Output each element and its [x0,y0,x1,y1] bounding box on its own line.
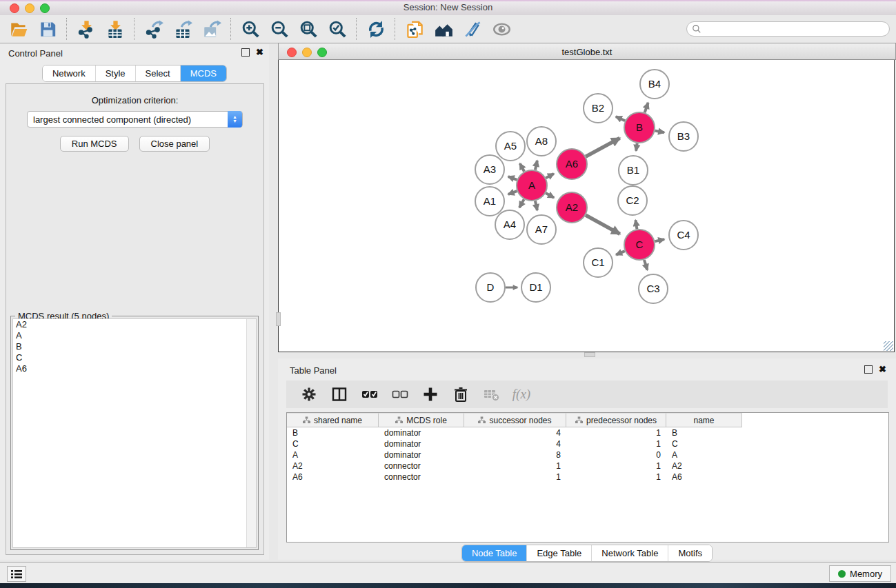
zoom-in-button[interactable] [239,18,262,40]
table-cell[interactable]: 4 [464,439,566,449]
graph-node-D[interactable]: D [476,273,505,302]
table-cell[interactable]: dominator [379,450,464,460]
graph-node-C3[interactable]: C3 [639,274,668,303]
graph-edge-A-A8[interactable] [535,161,537,170]
table-cell[interactable]: dominator [379,439,464,449]
graph-node-B4[interactable]: B4 [640,70,669,99]
zoom-fit-button[interactable] [297,18,320,40]
graph-edge-A-A2[interactable] [546,193,554,198]
export-table-button[interactable] [171,18,195,40]
table-settings-gear-button[interactable] [299,384,319,405]
graph-edge-A-A4[interactable] [519,199,524,207]
zoom-selected-button[interactable] [326,18,349,40]
window-resize-grip[interactable] [884,341,893,351]
table-cell[interactable]: A [666,450,742,460]
export-network-button[interactable] [142,18,166,40]
table-cell[interactable]: C [287,439,379,449]
mcds-result-item[interactable]: B [13,341,256,352]
graph-edge-A-A1[interactable] [508,191,517,194]
table-cell[interactable]: A6 [287,472,379,482]
table-row[interactable]: A2connector11A2 [287,460,888,472]
table-tab-node-table[interactable]: Node Table [462,545,527,561]
graph-node-A[interactable]: A [517,170,547,201]
column-header-shared-name[interactable]: shared name [287,413,379,427]
add-column-button[interactable] [420,384,441,405]
select-all-rows-button[interactable] [359,384,380,405]
mcds-list-scrollbar[interactable] [246,319,256,547]
graph-node-A7[interactable]: A7 [527,215,556,244]
table-cell[interactable]: B [666,428,742,438]
graph-edge-B-B4[interactable] [645,103,648,112]
graph-edge-C-C3[interactable] [644,260,648,270]
table-tab-network-table[interactable]: Network Table [591,545,668,561]
graph-node-A1[interactable]: A1 [475,187,504,216]
graph-node-A3[interactable]: A3 [475,155,504,184]
table-cell[interactable]: A [287,450,379,460]
graph-edge-A-A7[interactable] [535,201,537,211]
table-cell[interactable]: 0 [566,450,666,460]
mcds-result-item[interactable]: A2 [13,319,256,330]
home-button[interactable] [432,18,455,40]
graph-node-B3[interactable]: B3 [669,122,698,151]
graph-edge-A6-B[interactable] [586,138,619,156]
run-mcds-button[interactable]: Run MCDS [60,136,129,152]
save-session-button[interactable] [36,18,59,40]
column-header-MCDS-role[interactable]: MCDS role [379,413,464,427]
table-cell[interactable]: connector [379,461,464,471]
network-window-titlebar[interactable]: testGlobe.txt [278,43,896,60]
graph-node-A6[interactable]: A6 [557,149,587,179]
hide-graphics-button[interactable] [461,18,484,40]
memory-button[interactable]: Memory [829,565,891,582]
table-cell[interactable]: 8 [464,450,566,460]
graph-node-B1[interactable]: B1 [619,156,648,185]
column-header-predecessor-nodes[interactable]: predecessor nodes [566,413,666,427]
tab-style[interactable]: Style [95,65,135,81]
graph-node-B[interactable]: B [624,112,655,143]
horizontal-splitter-handle[interactable] [584,352,595,357]
graph-edge-C-C2[interactable] [635,220,637,229]
network-canvas[interactable]: B4B2BB3A8A5A6A3B1AC2A1A2A4A7C4CC1DD1C3 [278,60,895,352]
table-row[interactable]: Adominator80A [287,449,888,460]
table-cell[interactable]: 1 [464,461,566,471]
mcds-result-item[interactable]: A6 [13,363,256,374]
tab-select[interactable]: Select [135,65,180,81]
graph-edge-A2-C[interactable] [586,215,620,234]
graph-node-C2[interactable]: C2 [618,186,647,215]
table-row[interactable]: Bdominator41B [287,427,888,438]
graph-edge-A-A5[interactable] [520,163,524,172]
open-file-button[interactable] [7,18,30,40]
vertical-splitter-handle[interactable] [276,312,281,326]
refresh-button[interactable] [364,18,388,40]
graph-edge-A-A3[interactable] [508,176,517,180]
table-tab-edge-table[interactable]: Edge Table [526,545,591,561]
graph-edge-C-C4[interactable] [655,239,665,241]
graph-node-D1[interactable]: D1 [521,273,550,302]
table-row[interactable]: A6connector11A6 [287,472,888,483]
mcds-result-item[interactable]: C [13,352,256,363]
table-float-panel-icon[interactable] [864,365,873,374]
criterion-dropdown[interactable]: largest connected component (directed) ▲… [27,111,243,128]
column-header-name[interactable]: name [666,413,742,427]
table-cell[interactable]: 1 [566,461,666,471]
table-cell[interactable]: A2 [287,461,379,471]
graph-edge-B-B2[interactable] [616,116,625,121]
network-from-selection-button[interactable] [403,18,426,40]
table-cell[interactable]: connector [379,472,464,482]
tab-network[interactable]: Network [43,65,95,81]
graph-edge-C-C1[interactable] [616,251,625,255]
table-cell[interactable]: 1 [566,428,666,438]
table-cell[interactable]: B [287,428,379,438]
search-input[interactable] [686,21,890,37]
graph-node-A5[interactable]: A5 [496,132,525,161]
task-history-button[interactable] [7,566,26,582]
graph-node-A8[interactable]: A8 [527,127,556,156]
graph-node-A2[interactable]: A2 [557,192,587,223]
graph-node-C4[interactable]: C4 [669,221,698,250]
table-row[interactable]: Cdominator41C [287,438,888,449]
export-image-button[interactable] [200,18,223,40]
tab-mcds[interactable]: MCDS [180,65,226,81]
table-cell[interactable]: 1 [566,439,666,449]
unselect-all-rows-button[interactable] [390,384,410,405]
mcds-result-list[interactable]: A2ABCA6 [12,318,257,548]
close-panel-icon[interactable]: ✖ [256,49,263,56]
